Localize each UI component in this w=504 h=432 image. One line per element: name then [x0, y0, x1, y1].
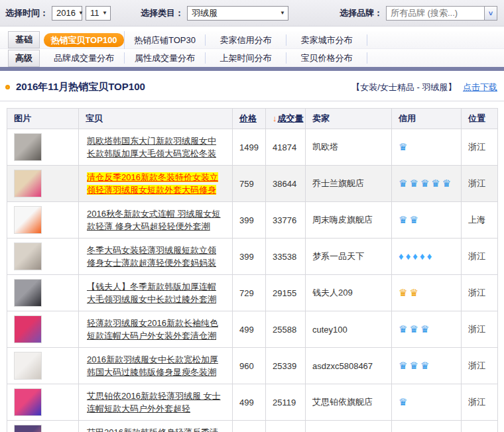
seller-cell: 艾思铂依旗舰店 [306, 384, 392, 421]
table-row: 【钱夫人】冬季新款韩版加厚连帽大毛领羽绒服女中长款过膝外套潮 729 29155… [7, 275, 498, 311]
table-row: 轻薄款羽绒服女2016新款长袖纯色短款连帽大码户外女装外套清仓潮 499 255… [7, 311, 498, 348]
product-title-link[interactable]: 冬季大码女装轻薄羽绒服短款立领修身女士薄款超薄轻便外套妈妈装 [87, 245, 216, 268]
credit-cell: ♦♦♦♦♦ [392, 239, 462, 275]
brand-search-input[interactable] [386, 6, 484, 21]
location-cell: 浙江 [462, 275, 498, 311]
time-filter-label: 选择时间： [5, 7, 48, 19]
table-row: 凯欧塔韩国东大门新款羽绒服女中长款韩版加厚大毛领大码宽松冬装 1499 4187… [7, 129, 498, 166]
product-thumbnail[interactable] [14, 170, 42, 197]
diamond-icon: ♦ [412, 250, 418, 262]
brand-dropdown-button[interactable]: ˅ [484, 6, 497, 21]
month-value: 11 [90, 8, 99, 18]
product-title-link[interactable]: 2016新款羽绒服女中长款宽松加厚韩国大码过膝韩版修身显瘦冬装潮 [87, 354, 218, 377]
sales-cell: 38644 [266, 166, 306, 202]
title-cell: 茄田2016新款韩版修身轻薄反季清仓羽绒服女短款连帽外套潮 [79, 421, 233, 432]
tab-seller-credit-dist[interactable]: 卖家信用分布 [206, 34, 286, 46]
price-cell: 499 [233, 311, 266, 348]
chevron-down-icon: ▼ [280, 10, 285, 16]
price-cell: 499 [233, 384, 266, 421]
product-thumbnail[interactable] [14, 352, 42, 380]
category-select[interactable]: 羽绒服 ▼ [187, 6, 288, 21]
bullet-icon [5, 85, 10, 89]
sales-cell: 33538 [266, 239, 306, 275]
product-title-link[interactable]: 茄田2016新款韩版修身轻薄反季清仓羽绒服女短款连帽外套潮 [87, 427, 218, 432]
col-item: 宝贝 [79, 109, 233, 129]
seller-cell: 凯欧塔 [306, 129, 392, 166]
crown-icon: ♛ [399, 323, 407, 335]
thumb-cell [7, 421, 79, 432]
product-title-link[interactable]: 清仓反季2016新款冬装特价女装立领轻薄羽绒服女短款外套大码修身 [87, 172, 218, 195]
tab-hot-shops-top30[interactable]: 热销店铺TOP30 [125, 34, 206, 46]
product-title-link[interactable]: 轻薄款羽绒服女2016新款长袖纯色短款连帽大码户外女装外套清仓潮 [87, 318, 218, 341]
title-cell: 2016新款羽绒服女中长款宽松加厚韩国大码过膝韩版修身显瘦冬装潮 [79, 348, 233, 384]
chevron-down-icon: ▼ [102, 10, 107, 16]
product-title-link[interactable]: 艾思铂依2016新款轻薄羽绒服 女士连帽短款大码户外外套超轻 [87, 391, 221, 413]
crown-icon: ♛ [399, 396, 407, 407]
thumb-cell [7, 311, 79, 348]
product-thumbnail[interactable] [14, 206, 42, 234]
product-title-link[interactable]: 2016秋冬新款女式连帽 羽绒服女短款轻薄 修身大码超轻轻便外套潮 [87, 209, 221, 231]
tab-hot-items-top100[interactable]: 热销宝贝TOP100 [44, 31, 125, 49]
thumb-cell [7, 384, 79, 421]
thumb-cell [7, 202, 79, 239]
product-thumbnail[interactable] [14, 425, 42, 432]
crown-icon: ♛ [409, 323, 418, 335]
sales-sort-link[interactable]: 成交量 [278, 113, 304, 123]
credit-cell: ♛♛♛ [392, 311, 462, 348]
product-thumbnail[interactable] [14, 388, 42, 416]
table-row: 2016新款羽绒服女中长款宽松加厚韩国大码过膝韩版修身显瘦冬装潮 960 253… [7, 348, 498, 384]
product-title-link[interactable]: 【钱夫人】冬季新款韩版加厚连帽大毛领羽绒服女中长款过膝外套潮 [87, 282, 216, 304]
location-cell: 浙江 [462, 311, 498, 348]
price-cell: 399 [233, 239, 266, 275]
diamond-icon: ♦ [399, 250, 404, 262]
download-link[interactable]: 点击下载 [463, 82, 497, 92]
section-header: 2016年11月热销宝贝TOP100 【女装/女士精品 - 羽绒服】 点击下载 [0, 71, 504, 101]
sales-cell [266, 421, 306, 432]
location-cell: 浙江 [462, 166, 498, 202]
category-path: 【女装/女士精品 - 羽绒服】 点击下载 [351, 81, 497, 93]
page-title: 2016年11月热销宝贝TOP100 [16, 81, 145, 93]
tab-attr-volume-dist[interactable]: 属性成交量分布 [125, 52, 206, 64]
credit-cell: ♛ [392, 129, 462, 166]
table-row: 艾思铂依2016新款轻薄羽绒服 女士连帽短款大码户外外套超轻 499 25119… [7, 384, 498, 421]
product-thumbnail[interactable] [14, 243, 42, 270]
credit-cell: ♛ [392, 384, 462, 421]
brand-filter-label: 选择品牌： [340, 7, 383, 19]
tab-listing-time-dist[interactable]: 上架时间分布 [206, 52, 286, 64]
location-cell: 浙江 [462, 239, 498, 275]
crown-icon: ♛ [431, 178, 440, 189]
seller-cell: 梦系一品天下 [306, 239, 392, 275]
sales-cell: 25339 [266, 348, 306, 384]
title-cell: 清仓反季2016新款冬装特价女装立领轻薄羽绒服女短款外套大码修身 [79, 166, 233, 202]
credit-cell: ♛♛ [392, 275, 462, 311]
crown-icon: ♛ [420, 323, 429, 335]
month-select[interactable]: 11 ▼ [86, 6, 111, 21]
product-thumbnail[interactable] [14, 279, 42, 307]
title-cell: 冬季大码女装轻薄羽绒服短款立领修身女士薄款超薄轻便外套妈妈装 [79, 239, 233, 275]
product-title-link[interactable]: 凯欧塔韩国东大门新款羽绒服女中长款韩版加厚大毛领大码宽松冬装 [87, 136, 216, 158]
diamond-icon: ♦ [427, 250, 432, 262]
thumb-cell [7, 348, 79, 384]
basic-tab-row: 基础 热销宝贝TOP100 热销店铺TOP30 卖家信用分布 卖家城市分布 [0, 31, 504, 49]
product-thumbnail[interactable] [14, 315, 42, 343]
tab-seller-city-dist[interactable]: 卖家城市分布 [286, 34, 367, 46]
crown-icon: ♛ [420, 178, 429, 189]
tab-brand-volume-dist[interactable]: 品牌成交量分布 [44, 52, 125, 64]
price-sort-link[interactable]: 价格 [239, 113, 257, 123]
sales-cell: 25588 [266, 311, 306, 348]
advanced-mode-label: 高级 [8, 50, 40, 67]
credit-cell: ♛♛ [392, 202, 462, 239]
table-row: 清仓反季2016新款冬装特价女装立领轻薄羽绒服女短款外套大码修身 759 386… [7, 166, 498, 202]
location-cell: 浙江 [462, 129, 498, 166]
seller-cell: 乔士兰旗舰店 [306, 166, 392, 202]
thumb-cell [7, 239, 79, 275]
price-cell: 729 [233, 275, 266, 311]
product-thumbnail[interactable] [14, 133, 42, 161]
tab-item-price-dist[interactable]: 宝贝价格分布 [286, 52, 367, 64]
top100-table: 图片 宝贝 价格 ↓成交量 卖家 信用 位置 凯欧塔韩国东大门新款羽绒服女中长款… [7, 108, 498, 432]
crown-icon: ♛ [399, 360, 407, 371]
year-select[interactable]: 2016 ▼ [52, 6, 82, 21]
brand-combobox: ˅ [386, 6, 497, 21]
sales-cell: 25119 [266, 384, 306, 421]
seller-cell: cutey100 [306, 311, 392, 348]
